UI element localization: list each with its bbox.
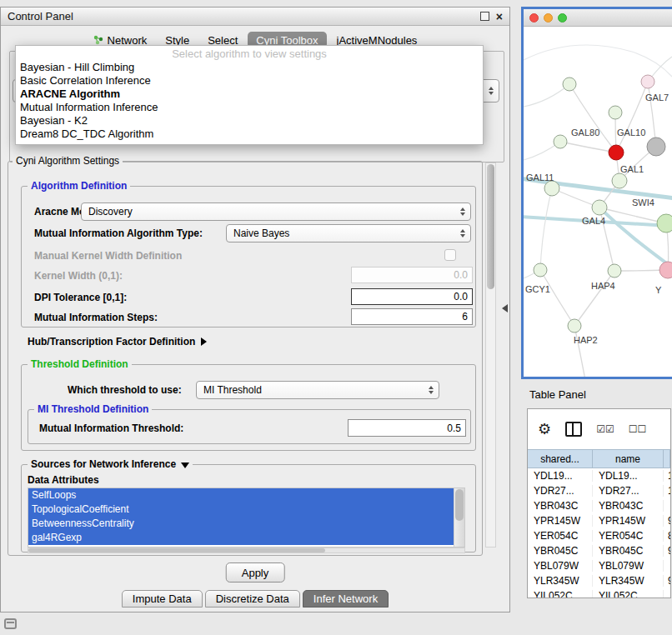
which-threshold-value: MI Threshold (203, 384, 262, 396)
table-row[interactable]: YER054CYER054C8. (528, 528, 670, 543)
aracne-mode-value: Discovery (88, 206, 133, 218)
table-row[interactable]: YDR27...YDR27...12 (528, 483, 670, 498)
table-panel-title: Table Panel (529, 388, 586, 401)
panel-collapse-handle[interactable] (502, 304, 508, 312)
network-node[interactable] (534, 263, 547, 277)
select-all-columns-icon[interactable]: ☑☑ (596, 423, 614, 435)
column-header-shared-name[interactable]: shared... (528, 449, 593, 468)
table-row[interactable]: YPR145WYPR145W9. (528, 513, 670, 528)
table-cell: 12 (664, 485, 670, 497)
network-node[interactable] (563, 78, 576, 91)
chevron-right-icon (201, 338, 207, 346)
column-header-name[interactable]: name (593, 449, 664, 468)
table-cell: YBR045C (593, 545, 664, 557)
tab-discretize-data[interactable]: Discretize Data (205, 590, 300, 608)
mi-type-combobox[interactable]: Naive Bayes (226, 224, 471, 242)
panel-dock-icon[interactable] (4, 618, 17, 629)
sources-toggle[interactable]: Sources for Network Inference (28, 458, 193, 470)
network-canvas[interactable]: GAL7GAL80GAL10GAL11GAL1SWI4GAL4GCY1HAP4Y… (524, 27, 672, 379)
table-row[interactable]: YIL052CYIL052C (528, 588, 670, 598)
dropdown-item[interactable]: Basic Correlation Inference (16, 74, 483, 88)
table-row[interactable]: YLR345WYLR345W9. (528, 573, 670, 588)
dpi-tolerance-label: DPI Tolerance [0,1]: (34, 292, 127, 303)
data-attributes-list[interactable]: SelfLoops TopologicalCoefficient Between… (28, 488, 465, 548)
column-header-partial[interactable] (664, 449, 670, 468)
dropdown-item[interactable]: Bayesian - Hill Climbing (16, 61, 483, 74)
table-cell: 9. (664, 545, 670, 557)
list-item[interactable]: TopologicalCoefficient (28, 502, 454, 517)
apply-button[interactable]: Apply (226, 562, 285, 582)
node-label: GAL80 (571, 128, 599, 138)
node-label: GAL10 (617, 128, 645, 138)
network-view-window[interactable]: GAL7GAL80GAL10GAL11GAL1SWI4GAL4GCY1HAP4Y… (521, 7, 672, 379)
settings-scrollbar[interactable] (485, 162, 496, 548)
list-item[interactable]: BetweennessCentrality (28, 517, 454, 531)
gear-icon[interactable]: ⚙ (538, 422, 551, 437)
minimize-traffic-light[interactable] (544, 13, 553, 22)
kernel-width-value: 0.0 (454, 269, 468, 281)
dropdown-item-selected[interactable]: ARACNE Algorithm (16, 88, 483, 101)
network-node[interactable] (612, 173, 627, 188)
algorithm-dropdown-popup: Select algorithm to view settings Bayesi… (15, 45, 484, 145)
network-node[interactable] (641, 75, 654, 88)
table-cell: YLR345W (528, 575, 593, 587)
which-threshold-combobox[interactable]: MI Threshold (196, 381, 439, 399)
network-node[interactable] (592, 200, 607, 215)
network-node[interactable] (608, 264, 621, 278)
table-cell: YBR043C (593, 500, 664, 512)
deselect-all-columns-icon[interactable]: ☐☐ (629, 423, 647, 435)
table-row[interactable]: YDL19...YDL19...13 (528, 468, 670, 483)
tab-infer-network[interactable]: Infer Network (303, 590, 389, 608)
list-item[interactable]: gal4RGexp (28, 531, 454, 545)
control-panel-titlebar[interactable]: Control Panel × (1, 8, 509, 26)
list-vertical-scrollbar[interactable] (454, 488, 464, 547)
network-node[interactable] (657, 214, 672, 232)
close-traffic-light[interactable] (529, 13, 539, 22)
combo-stepper-icon (484, 87, 494, 95)
network-node[interactable] (659, 262, 672, 278)
sources-title: Sources for Network Inference (31, 458, 176, 470)
table-cell: YPR145W (593, 515, 664, 527)
threshold-definition-title: Threshold Definition (28, 358, 132, 370)
dropdown-item[interactable]: Mutual Information Inference (16, 101, 483, 114)
manual-kernel-checkbox[interactable] (444, 249, 456, 261)
table-cell: YER054C (593, 530, 664, 542)
settings-group-title: Cyni Algorithm Settings (13, 155, 123, 167)
table-row[interactable]: YBR043CYBR043C (528, 498, 670, 513)
data-attributes-label: Data Attributes (28, 474, 99, 486)
network-node[interactable] (647, 138, 665, 156)
columns-icon[interactable] (565, 422, 582, 437)
aracne-mode-combobox[interactable]: Discovery (81, 202, 471, 221)
table-cell: 13 (664, 470, 670, 482)
table-cell: YBL079W (528, 560, 593, 572)
network-node[interactable] (609, 106, 622, 119)
zoom-traffic-light[interactable] (558, 13, 567, 22)
table-row[interactable]: YBR045CYBR045C9. (528, 543, 670, 558)
network-node[interactable] (568, 319, 581, 332)
float-window-icon[interactable] (480, 12, 489, 21)
network-node[interactable] (609, 145, 624, 160)
mi-steps-field[interactable]: 6 (351, 308, 473, 325)
network-node[interactable] (544, 181, 559, 196)
scrollbar-thumb[interactable] (487, 164, 494, 289)
tab-impute-data[interactable]: Impute Data (122, 590, 203, 608)
dropdown-item[interactable]: Bayesian - K2 (16, 114, 483, 128)
hub-definition-toggle[interactable]: Hub/Transcription Factor Definition (28, 336, 207, 348)
network-graph[interactable]: GAL7GAL80GAL10GAL11GAL1SWI4GAL4GCY1HAP4Y… (524, 27, 672, 379)
list-item[interactable]: SelfLoops (28, 488, 454, 502)
manual-kernel-label: Manual Kernel Width Definition (34, 250, 182, 262)
table-cell: YIL052C (593, 590, 664, 598)
dropdown-item[interactable]: Dream8 DC_TDC Algorithm (16, 128, 483, 141)
table-cell: YIL052C (528, 590, 593, 598)
list-horizontal-scrollbar[interactable] (28, 548, 465, 553)
hub-definition-label: Hub/Transcription Factor Definition (28, 336, 195, 348)
mi-steps-label: Mutual Information Steps: (34, 312, 158, 323)
close-icon[interactable]: × (496, 11, 503, 22)
table-row[interactable]: YBL079WYBL079W (528, 558, 670, 573)
dpi-tolerance-field[interactable]: 0.0 (351, 288, 473, 305)
network-window-titlebar[interactable] (524, 9, 672, 27)
combo-stepper-icon (455, 229, 465, 238)
kernel-width-field[interactable]: 0.0 (351, 267, 473, 283)
network-node[interactable] (554, 135, 567, 148)
mi-threshold-field[interactable]: 0.5 (348, 419, 466, 437)
